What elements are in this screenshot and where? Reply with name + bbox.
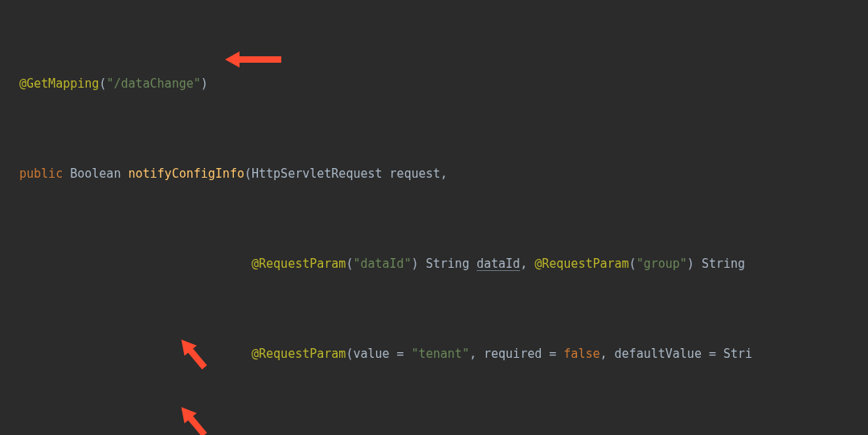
string-literal: "/dataChange" <box>106 76 200 91</box>
code-editor[interactable]: @GetMapping("/dataChange") public Boolea… <box>0 0 868 435</box>
code-line-2: public Boolean notifyConfigInfo(HttpServ… <box>19 162 868 185</box>
annotation-arrow-1 <box>225 5 281 114</box>
code-line-3: @RequestParam("dataId") String dataId, @… <box>19 252 868 275</box>
method-name: notifyConfigInfo <box>128 166 244 181</box>
annotation: @GetMapping <box>19 76 99 91</box>
svg-marker-0 <box>225 51 281 68</box>
annotation-arrow-3 <box>178 360 227 435</box>
svg-marker-2 <box>178 405 211 435</box>
code-line-1: @GetMapping("/dataChange") <box>19 72 868 95</box>
code-line-4: @RequestParam(value = "tenant", required… <box>19 343 868 365</box>
